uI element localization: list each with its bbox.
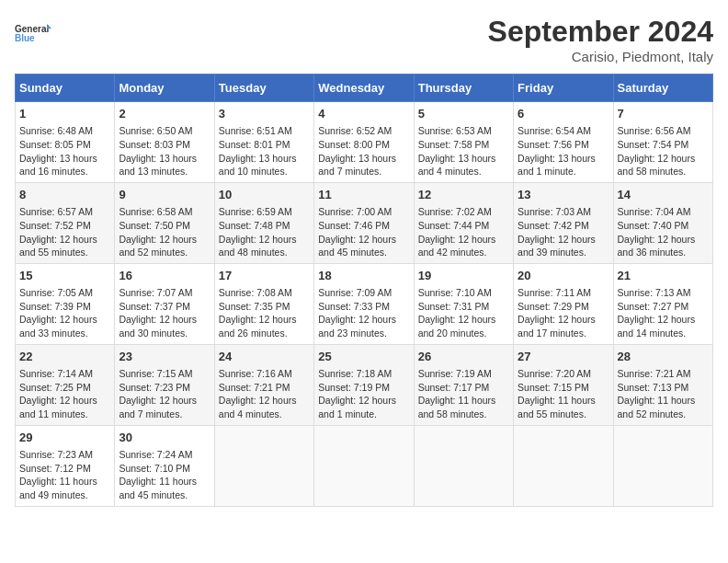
calendar-day-cell: 16Sunrise: 7:07 AM Sunset: 7:37 PM Dayli…	[115, 263, 214, 344]
day-number: 25	[318, 349, 409, 365]
day-info: Sunrise: 6:54 AM Sunset: 7:56 PM Dayligh…	[518, 124, 609, 178]
calendar-week-row: 15Sunrise: 7:05 AM Sunset: 7:39 PM Dayli…	[16, 263, 713, 344]
calendar-day-cell: 3Sunrise: 6:51 AM Sunset: 8:01 PM Daylig…	[214, 102, 313, 183]
calendar-day-cell: 29Sunrise: 7:23 AM Sunset: 7:12 PM Dayli…	[16, 425, 115, 506]
day-number: 16	[119, 268, 210, 284]
day-number: 27	[518, 349, 609, 365]
day-info: Sunrise: 6:53 AM Sunset: 7:58 PM Dayligh…	[418, 124, 509, 178]
calendar-day-cell	[514, 425, 613, 506]
day-number: 11	[318, 187, 409, 203]
day-number: 9	[119, 187, 210, 203]
logo: General Blue	[15, 15, 51, 52]
weekday-header-monday: Monday	[115, 75, 214, 102]
calendar-day-cell: 26Sunrise: 7:19 AM Sunset: 7:17 PM Dayli…	[414, 344, 513, 425]
calendar-day-cell: 13Sunrise: 7:03 AM Sunset: 7:42 PM Dayli…	[514, 182, 613, 263]
day-info: Sunrise: 7:18 AM Sunset: 7:19 PM Dayligh…	[318, 367, 409, 421]
day-info: Sunrise: 7:23 AM Sunset: 7:12 PM Dayligh…	[19, 448, 110, 502]
day-info: Sunrise: 7:13 AM Sunset: 7:27 PM Dayligh…	[618, 286, 709, 340]
calendar-week-row: 1Sunrise: 6:48 AM Sunset: 8:05 PM Daylig…	[16, 102, 713, 183]
day-info: Sunrise: 7:08 AM Sunset: 7:35 PM Dayligh…	[219, 286, 310, 340]
day-number: 7	[618, 106, 709, 122]
calendar-day-cell: 10Sunrise: 6:59 AM Sunset: 7:48 PM Dayli…	[214, 182, 313, 263]
calendar-day-cell: 12Sunrise: 7:02 AM Sunset: 7:44 PM Dayli…	[414, 182, 513, 263]
day-number: 6	[518, 106, 609, 122]
calendar-week-row: 8Sunrise: 6:57 AM Sunset: 7:52 PM Daylig…	[16, 182, 713, 263]
calendar-day-cell	[314, 425, 414, 506]
day-number: 18	[318, 268, 409, 284]
day-info: Sunrise: 7:11 AM Sunset: 7:29 PM Dayligh…	[518, 286, 609, 340]
day-info: Sunrise: 7:24 AM Sunset: 7:10 PM Dayligh…	[119, 448, 210, 502]
weekday-header-sunday: Sunday	[16, 75, 115, 102]
day-info: Sunrise: 6:51 AM Sunset: 8:01 PM Dayligh…	[219, 124, 310, 178]
day-info: Sunrise: 7:07 AM Sunset: 7:37 PM Dayligh…	[119, 286, 210, 340]
day-number: 22	[19, 349, 110, 365]
calendar-week-row: 29Sunrise: 7:23 AM Sunset: 7:12 PM Dayli…	[16, 425, 713, 506]
calendar-day-cell: 14Sunrise: 7:04 AM Sunset: 7:40 PM Dayli…	[613, 182, 712, 263]
calendar-day-cell: 19Sunrise: 7:10 AM Sunset: 7:31 PM Dayli…	[414, 263, 513, 344]
location-title: Carisio, Piedmont, Italy	[488, 49, 713, 64]
day-info: Sunrise: 7:03 AM Sunset: 7:42 PM Dayligh…	[518, 205, 609, 259]
svg-text:General: General	[15, 24, 49, 34]
day-info: Sunrise: 7:10 AM Sunset: 7:31 PM Dayligh…	[418, 286, 509, 340]
day-number: 12	[418, 187, 509, 203]
calendar-day-cell: 1Sunrise: 6:48 AM Sunset: 8:05 PM Daylig…	[16, 102, 115, 183]
weekday-header-saturday: Saturday	[613, 75, 712, 102]
day-info: Sunrise: 7:20 AM Sunset: 7:15 PM Dayligh…	[518, 367, 609, 421]
month-title: September 2024	[488, 15, 713, 49]
calendar-day-cell	[613, 425, 712, 506]
calendar-day-cell: 21Sunrise: 7:13 AM Sunset: 7:27 PM Dayli…	[613, 263, 712, 344]
day-number: 26	[418, 349, 509, 365]
calendar-day-cell	[414, 425, 513, 506]
day-info: Sunrise: 6:58 AM Sunset: 7:50 PM Dayligh…	[119, 205, 210, 259]
day-info: Sunrise: 7:19 AM Sunset: 7:17 PM Dayligh…	[418, 367, 509, 421]
logo-svg: General Blue	[15, 15, 51, 52]
calendar-day-cell: 22Sunrise: 7:14 AM Sunset: 7:25 PM Dayli…	[16, 344, 115, 425]
calendar-day-cell: 20Sunrise: 7:11 AM Sunset: 7:29 PM Dayli…	[514, 263, 613, 344]
day-number: 21	[618, 268, 709, 284]
svg-marker-2	[47, 24, 51, 29]
day-number: 20	[518, 268, 609, 284]
day-info: Sunrise: 7:15 AM Sunset: 7:23 PM Dayligh…	[119, 367, 210, 421]
day-number: 8	[19, 187, 110, 203]
day-info: Sunrise: 6:57 AM Sunset: 7:52 PM Dayligh…	[19, 205, 110, 259]
day-number: 2	[119, 106, 210, 122]
day-info: Sunrise: 6:52 AM Sunset: 8:00 PM Dayligh…	[318, 124, 409, 178]
calendar-day-cell: 28Sunrise: 7:21 AM Sunset: 7:13 PM Dayli…	[613, 344, 712, 425]
day-info: Sunrise: 7:21 AM Sunset: 7:13 PM Dayligh…	[618, 367, 709, 421]
calendar-day-cell: 4Sunrise: 6:52 AM Sunset: 8:00 PM Daylig…	[314, 102, 414, 183]
calendar-day-cell: 25Sunrise: 7:18 AM Sunset: 7:19 PM Dayli…	[314, 344, 414, 425]
day-info: Sunrise: 7:00 AM Sunset: 7:46 PM Dayligh…	[318, 205, 409, 259]
calendar-day-cell: 15Sunrise: 7:05 AM Sunset: 7:39 PM Dayli…	[16, 263, 115, 344]
calendar-day-cell: 30Sunrise: 7:24 AM Sunset: 7:10 PM Dayli…	[115, 425, 214, 506]
day-number: 1	[19, 106, 110, 122]
day-info: Sunrise: 7:02 AM Sunset: 7:44 PM Dayligh…	[418, 205, 509, 259]
page-header: General Blue September 2024 Carisio, Pie…	[15, 15, 713, 64]
calendar-day-cell: 8Sunrise: 6:57 AM Sunset: 7:52 PM Daylig…	[16, 182, 115, 263]
day-number: 19	[418, 268, 509, 284]
day-number: 28	[618, 349, 709, 365]
calendar-day-cell: 7Sunrise: 6:56 AM Sunset: 7:54 PM Daylig…	[613, 102, 712, 183]
day-number: 30	[119, 430, 210, 446]
calendar-day-cell: 24Sunrise: 7:16 AM Sunset: 7:21 PM Dayli…	[214, 344, 313, 425]
day-number: 24	[219, 349, 310, 365]
calendar-day-cell: 11Sunrise: 7:00 AM Sunset: 7:46 PM Dayli…	[314, 182, 414, 263]
weekday-header-wednesday: Wednesday	[314, 75, 414, 102]
calendar-day-cell: 5Sunrise: 6:53 AM Sunset: 7:58 PM Daylig…	[414, 102, 513, 183]
calendar-day-cell: 6Sunrise: 6:54 AM Sunset: 7:56 PM Daylig…	[514, 102, 613, 183]
day-info: Sunrise: 6:59 AM Sunset: 7:48 PM Dayligh…	[219, 205, 310, 259]
day-info: Sunrise: 6:56 AM Sunset: 7:54 PM Dayligh…	[618, 124, 709, 178]
day-number: 3	[219, 106, 310, 122]
calendar-day-cell: 9Sunrise: 6:58 AM Sunset: 7:50 PM Daylig…	[115, 182, 214, 263]
day-info: Sunrise: 7:16 AM Sunset: 7:21 PM Dayligh…	[219, 367, 310, 421]
calendar-day-cell	[214, 425, 313, 506]
weekday-header-thursday: Thursday	[414, 75, 513, 102]
day-info: Sunrise: 7:04 AM Sunset: 7:40 PM Dayligh…	[618, 205, 709, 259]
svg-text:Blue: Blue	[15, 33, 35, 43]
title-block: September 2024 Carisio, Piedmont, Italy	[488, 15, 713, 64]
calendar-day-cell: 2Sunrise: 6:50 AM Sunset: 8:03 PM Daylig…	[115, 102, 214, 183]
weekday-header-tuesday: Tuesday	[214, 75, 313, 102]
day-number: 5	[418, 106, 509, 122]
day-number: 13	[518, 187, 609, 203]
calendar-day-cell: 18Sunrise: 7:09 AM Sunset: 7:33 PM Dayli…	[314, 263, 414, 344]
day-number: 4	[318, 106, 409, 122]
